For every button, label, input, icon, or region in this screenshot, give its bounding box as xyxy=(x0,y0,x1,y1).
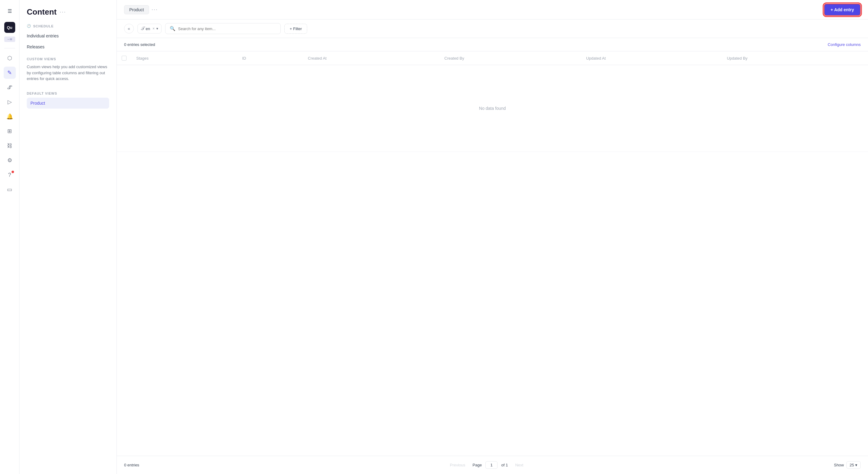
play-icon[interactable]: ▷ xyxy=(4,96,16,108)
col-header-updated-at: Updated At xyxy=(581,52,722,65)
total-pages-label: of 1 xyxy=(501,463,508,467)
select-all-header[interactable] xyxy=(117,52,131,65)
schedule-section-label: 🕐 SCHEDULE xyxy=(20,24,117,28)
clock-icon: 🕐 xyxy=(27,24,31,28)
content-sidebar: Content ··· 🕐 SCHEDULE Individual entrie… xyxy=(20,0,117,474)
icon-sidebar: ☰ Qu ↔M ⬡ ✎ 🖇 ▷ 🔔 ⊞ ⛓ ⚙ ? ▭ xyxy=(0,0,20,474)
table-empty-row: No data found xyxy=(117,65,868,152)
settings-icon[interactable]: ⚙ xyxy=(4,154,16,167)
col-header-updated-by: Updated By xyxy=(722,52,868,65)
sidebar-title: Content xyxy=(27,7,57,17)
search-icon: 🔍 xyxy=(170,26,176,31)
col-header-created-by: Created By xyxy=(439,52,581,65)
show-select-area: Show 25 ▾ xyxy=(834,461,861,469)
grid-icon[interactable]: ⊞ xyxy=(4,125,16,137)
main-content: Product ··· + Add entry « 𝒯 en × ▾ 🔍 + F… xyxy=(117,0,868,474)
next-button[interactable]: Next xyxy=(512,461,527,469)
table-wrapper: Stages ID Created At Created By Updated xyxy=(117,52,868,456)
search-bar: 🔍 xyxy=(165,23,281,34)
tab-dots-menu[interactable]: ··· xyxy=(151,6,158,13)
configure-columns-button[interactable]: Configure columns xyxy=(828,42,861,47)
filter-button[interactable]: + Filter xyxy=(284,24,307,34)
default-view-item-product[interactable]: Product xyxy=(27,98,109,109)
paperclip-icon[interactable]: 🖇 xyxy=(4,81,16,93)
sidebar-dots-menu[interactable]: ··· xyxy=(60,9,66,15)
show-dropdown-icon: ▾ xyxy=(855,463,857,467)
no-data-message: No data found xyxy=(122,69,863,147)
api-icon[interactable]: ⛓ xyxy=(4,140,16,152)
content-area: 0 entries selected Configure columns Sta… xyxy=(117,38,868,474)
table-body: No data found xyxy=(117,65,868,152)
entries-bar: 0 entries selected Configure columns xyxy=(117,38,868,52)
page-number-input[interactable] xyxy=(486,461,498,469)
col-header-id: ID xyxy=(237,52,303,65)
locale-close-button[interactable]: × xyxy=(152,27,155,31)
locale-tag: en xyxy=(146,27,150,31)
chat-icon[interactable]: ▭ xyxy=(4,183,16,196)
locale-selector[interactable]: 𝒯 en × ▾ xyxy=(137,24,161,33)
default-views-section: DEFAULT VIEWS Product xyxy=(20,87,117,114)
previous-button[interactable]: Previous xyxy=(446,461,469,469)
default-views-label: DEFAULT VIEWS xyxy=(27,92,109,95)
sidebar-item-releases[interactable]: Releases xyxy=(20,41,117,52)
top-bar: Product ··· + Add entry xyxy=(117,0,868,20)
pagination-center: Previous Page of 1 Next xyxy=(446,461,527,469)
add-entry-button[interactable]: + Add entry xyxy=(824,4,861,16)
entries-selected-count: 0 entries selected xyxy=(124,42,155,47)
show-label: Show xyxy=(834,463,844,467)
hamburger-menu-icon[interactable]: ☰ xyxy=(4,5,16,17)
data-table: Stages ID Created At Created By Updated xyxy=(117,52,868,152)
total-entries-label: 0 entries xyxy=(124,463,139,467)
sidebar-title-area: Content ··· xyxy=(20,7,117,17)
custom-views-section: CUSTOM VIEWS Custom views help you add c… xyxy=(20,52,117,87)
col-header-stages: Stages xyxy=(131,52,237,65)
translate-icon: 𝒯 xyxy=(141,26,144,31)
custom-views-label: CUSTOM VIEWS xyxy=(27,57,109,61)
select-all-checkbox[interactable] xyxy=(122,56,126,61)
avatar: Qu xyxy=(4,22,15,33)
collapse-sidebar-button[interactable]: « xyxy=(124,24,134,33)
help-icon[interactable]: ? xyxy=(4,169,16,181)
tab-bar: Product ··· xyxy=(124,5,158,14)
pagination-bar: 0 entries Previous Page of 1 Next Show 2… xyxy=(117,456,868,474)
avatar-sub[interactable]: ↔M xyxy=(4,36,15,42)
table-header-row: Stages ID Created At Created By Updated xyxy=(117,52,868,65)
show-selector[interactable]: 25 ▾ xyxy=(846,461,861,469)
col-header-created-at: Created At xyxy=(303,52,439,65)
locale-dropdown-icon[interactable]: ▾ xyxy=(156,27,158,31)
toolbar: « 𝒯 en × ▾ 🔍 + Filter xyxy=(117,20,868,38)
sidebar-item-individual-entries[interactable]: Individual entries xyxy=(20,30,117,41)
page-label: Page xyxy=(473,463,482,467)
custom-views-description: Custom views help you add customized vie… xyxy=(27,64,109,82)
bell-icon[interactable]: 🔔 xyxy=(4,111,16,123)
notification-badge xyxy=(11,171,14,173)
search-input[interactable] xyxy=(178,27,276,31)
tab-product[interactable]: Product xyxy=(124,5,149,14)
layers-icon[interactable]: ⬡ xyxy=(4,52,16,64)
edit-icon[interactable]: ✎ xyxy=(4,67,16,79)
